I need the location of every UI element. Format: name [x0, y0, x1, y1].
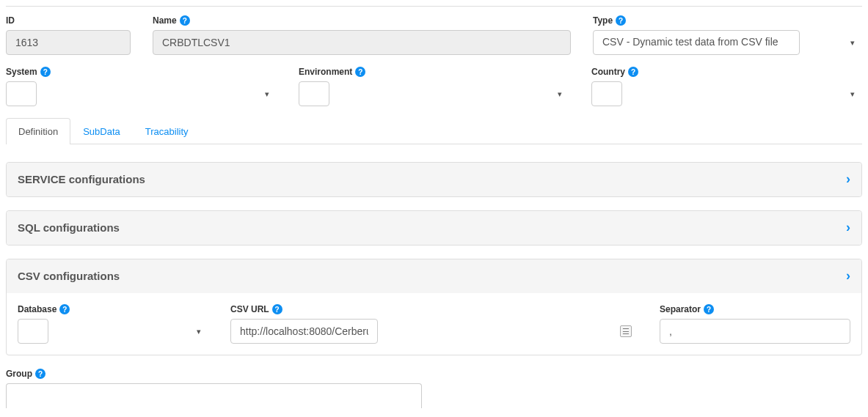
panel-csv-heading[interactable]: CSV configurations › — [7, 259, 861, 293]
panel-csv-title: CSV configurations — [18, 270, 120, 282]
type-label-text: Type — [593, 15, 613, 26]
autofill-icon[interactable]: ☰ — [620, 325, 632, 337]
system-label: System ? — [6, 67, 277, 77]
help-icon[interactable]: ? — [35, 369, 45, 379]
tab-subdata[interactable]: SubData — [70, 118, 133, 144]
database-group: Database ? — [18, 304, 208, 344]
environment-label: Environment ? — [299, 67, 569, 77]
help-icon[interactable]: ? — [616, 15, 626, 26]
separator-label-text: Separator — [660, 304, 701, 314]
group-input[interactable] — [6, 383, 422, 408]
tab-tracability[interactable]: Tracability — [133, 118, 201, 144]
database-label-text: Database — [18, 304, 56, 314]
group-group: Group ? — [6, 369, 422, 408]
help-icon[interactable]: ? — [59, 304, 70, 314]
environment-group: Environment ? — [299, 67, 569, 106]
form-row-group: Group ? — [6, 369, 862, 408]
panel-sql-title: SQL configurations — [18, 221, 120, 234]
database-label: Database ? — [18, 304, 208, 314]
tab-definition[interactable]: Definition — [6, 118, 70, 144]
panel-service-heading[interactable]: SERVICE configurations › — [7, 163, 861, 196]
country-select[interactable] — [591, 81, 622, 106]
chevron-right-icon: › — [846, 268, 850, 284]
id-label: ID — [6, 15, 131, 26]
group-label: Group ? — [6, 369, 422, 379]
help-icon[interactable]: ? — [704, 304, 714, 314]
system-label-text: System — [6, 67, 37, 77]
tab-bar: Definition SubData Tracability — [6, 118, 862, 144]
id-input — [6, 30, 131, 55]
csvurl-group: CSV URL ? ☰ — [230, 304, 638, 344]
panel-sql: SQL configurations › — [6, 210, 862, 246]
type-select[interactable]: CSV - Dynamic test data from CSV file — [593, 30, 800, 55]
form-row-2: System ? Environment ? Country ? — [6, 67, 862, 106]
name-label-text: Name — [153, 15, 177, 26]
help-icon[interactable]: ? — [180, 15, 190, 26]
type-group: Type ? CSV - Dynamic test data from CSV … — [593, 15, 862, 55]
id-group: ID — [6, 15, 131, 55]
name-group: Name ? — [153, 15, 571, 55]
help-icon[interactable]: ? — [272, 304, 282, 314]
panel-service-title: SERVICE configurations — [18, 173, 145, 185]
csvurl-input[interactable] — [230, 319, 378, 344]
country-label-text: Country — [591, 67, 625, 77]
id-label-text: ID — [6, 15, 15, 26]
database-select[interactable] — [18, 319, 48, 344]
environment-label-text: Environment — [299, 67, 352, 77]
name-label: Name ? — [153, 15, 571, 26]
help-icon[interactable]: ? — [355, 67, 365, 77]
chevron-right-icon: › — [846, 220, 850, 235]
help-icon[interactable]: ? — [40, 67, 51, 77]
panel-csv-body: Database ? CSV URL ? ☰ — [7, 293, 861, 355]
separator-label: Separator ? — [660, 304, 850, 314]
environment-select[interactable] — [299, 81, 329, 106]
name-input — [153, 30, 571, 55]
system-group: System ? — [6, 67, 277, 106]
separator-input[interactable] — [660, 319, 850, 344]
system-select[interactable] — [6, 81, 37, 106]
help-icon[interactable]: ? — [628, 67, 638, 77]
country-label: Country ? — [591, 67, 862, 77]
type-label: Type ? — [593, 15, 862, 26]
panel-service: SERVICE configurations › — [6, 162, 862, 197]
group-label-text: Group — [6, 369, 32, 379]
chevron-right-icon: › — [846, 171, 850, 187]
csvurl-label-text: CSV URL — [230, 304, 269, 314]
csvurl-label: CSV URL ? — [230, 304, 638, 314]
panel-csv: CSV configurations › Database ? CSV URL … — [6, 259, 862, 355]
panel-sql-heading[interactable]: SQL configurations › — [7, 211, 861, 245]
country-group: Country ? — [591, 67, 862, 106]
separator-group: Separator ? — [660, 304, 850, 344]
form-row-1: ID Name ? Type ? CSV - Dynamic test data… — [6, 15, 862, 55]
